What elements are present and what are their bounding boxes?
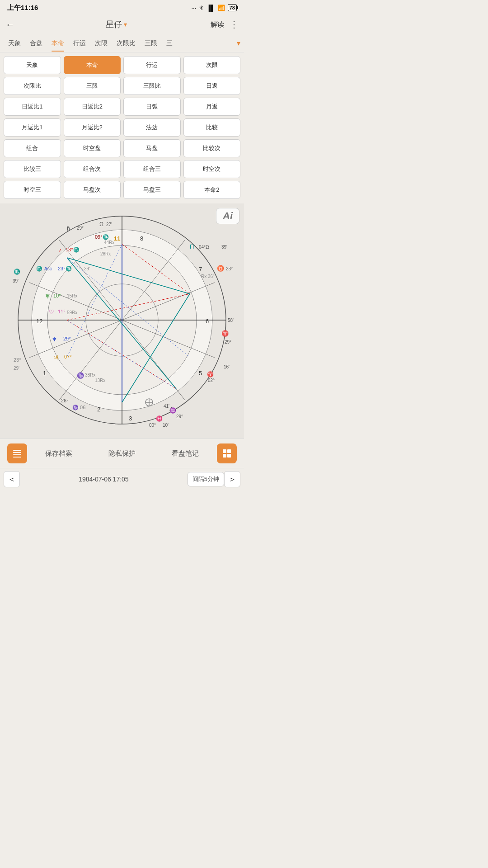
svg-text:02°: 02° — [208, 378, 215, 383]
svg-rect-87 — [13, 457, 21, 458]
nav-tab-hepan[interactable]: 合盘 — [25, 36, 47, 51]
grid-btn-tianxiang[interactable]: 天象 — [4, 56, 61, 74]
grid-row-5: 组合 时空盘 马盘 比较次 — [4, 139, 240, 157]
grid-btn-mapan[interactable]: 马盘 — [123, 139, 181, 157]
interval-button[interactable]: 间隔5分钟 — [188, 472, 224, 486]
svg-rect-84 — [13, 450, 21, 451]
next-button[interactable]: ＞ — [224, 471, 240, 487]
svg-text:29': 29' — [14, 366, 19, 371]
svg-text:29°: 29° — [176, 414, 183, 419]
list-view-button[interactable] — [7, 443, 27, 463]
svg-text:♉: ♉ — [217, 264, 225, 272]
svg-text:41': 41' — [164, 404, 169, 409]
grid-btn-benming2[interactable]: 本命2 — [183, 181, 241, 199]
svg-text:8: 8 — [140, 235, 143, 242]
bottom-nav: ＜ 1984-07-06 17:05 间隔5分钟 ＞ — [0, 468, 244, 490]
cell-signal-icon: ▐▌ — [206, 5, 215, 11]
grid-btn-yuefanbi2[interactable]: 月返比2 — [64, 118, 121, 137]
grid-btn-shikongsan[interactable]: 时空三 — [4, 181, 61, 199]
svg-text:♈: ♈ — [207, 371, 214, 377]
grid-btn-zuheci[interactable]: 组合次 — [64, 160, 121, 178]
svg-text:27': 27' — [106, 222, 112, 227]
grid-btn-benming[interactable]: 本命 — [64, 56, 121, 74]
grid-btn-sanxianbi[interactable]: 三限比 — [123, 77, 181, 95]
svg-text:10°: 10° — [53, 293, 61, 298]
svg-text:26°: 26° — [61, 398, 69, 403]
nav-tabs-more-icon[interactable]: ▾ — [237, 39, 240, 47]
nav-tabs: 天象 合盘 本命 行运 次限 次限比 三限 三 ▾ — [0, 34, 244, 52]
svg-text:♑ 06': ♑ 06' — [72, 404, 86, 410]
grid-btn-mapansan[interactable]: 马盘三 — [123, 181, 181, 199]
grid-row-2: 次限比 三限 三限比 日返 — [4, 77, 240, 95]
grid-btn-bijiaosan[interactable]: 比较三 — [4, 160, 61, 178]
grid-btn-fada[interactable]: 法达 — [123, 118, 181, 137]
grid-btn-cixian[interactable]: 次限 — [183, 56, 241, 74]
grid-btn-shikongpan[interactable]: 时空盘 — [64, 139, 121, 157]
svg-text:♂: ♂ — [58, 247, 62, 254]
grid-btn-xingyun[interactable]: 行运 — [123, 56, 181, 74]
svg-text:12: 12 — [36, 318, 42, 325]
nav-tab-sanxian[interactable]: 三限 — [140, 36, 162, 51]
wifi-icon: 📶 — [218, 5, 225, 11]
nav-tab-cixianbi[interactable]: 次限比 — [112, 36, 140, 51]
nav-tab-tianxiang[interactable]: 天象 — [4, 36, 25, 51]
grid-btn-zuhesan[interactable]: 组合三 — [123, 160, 181, 178]
grid-btn-mapanci[interactable]: 马盘次 — [64, 181, 121, 199]
nav-tab-xingyun[interactable]: 行运 — [69, 36, 90, 51]
grid-row-4: 月返比1 月返比2 法达 比较 — [4, 118, 240, 137]
nav-tab-benming[interactable]: 本命 — [47, 36, 69, 51]
svg-text:59Rx: 59Rx — [67, 310, 77, 315]
svg-text:13°♏: 13°♏ — [66, 246, 80, 253]
grid-btn-shikongci[interactable]: 时空次 — [183, 160, 241, 178]
svg-text:♒: ♒ — [169, 407, 176, 414]
svg-text:29°: 29° — [63, 336, 71, 341]
chart-view-button[interactable] — [217, 443, 237, 463]
prev-button[interactable]: ＜ — [4, 471, 20, 487]
grid-btn-zuhe[interactable]: 组合 — [4, 139, 61, 157]
save-button[interactable]: 保存档案 — [27, 449, 90, 458]
nav-tab-cixian[interactable]: 次限 — [90, 36, 112, 51]
header-title-area: 星仔 ▾ — [22, 19, 211, 30]
privacy-button[interactable]: 隐私保护 — [90, 449, 154, 458]
svg-rect-86 — [13, 454, 21, 455]
svg-text:23°: 23° — [14, 357, 21, 363]
svg-rect-85 — [13, 452, 21, 453]
grid-btn-yuefan[interactable]: 月返 — [183, 98, 241, 116]
grid-btn-rifanbi1[interactable]: 日返比1 — [4, 98, 61, 116]
svg-text:♓: ♓ — [156, 415, 163, 422]
status-icons: ··· ✳ ▐▌ 📶 78 — [191, 4, 237, 11]
profile-dropdown-icon[interactable]: ▾ — [124, 21, 127, 28]
chart-container[interactable]: 11 8 7 6 5 4 3 2 1 12 ħ 29° Ω 27' 09°♏ 4… — [0, 203, 244, 439]
grid-btn-sanxian[interactable]: 三限 — [64, 77, 121, 95]
notes-button[interactable]: 看盘笔记 — [154, 449, 217, 458]
svg-text:39': 39' — [13, 278, 19, 283]
grid-btn-rifan[interactable]: 日返 — [183, 77, 241, 95]
grid-btn-bijiao[interactable]: 比较 — [183, 118, 241, 137]
chart-icon — [221, 448, 232, 459]
grid-row-3: 日返比1 日返比2 日弧 月返 — [4, 98, 240, 116]
nav-tab-san[interactable]: 三 — [162, 36, 177, 51]
grid-btn-yuefanbi1[interactable]: 月返比1 — [4, 118, 61, 137]
bottom-toolbar: 保存档案 隐私保护 看盘笔记 — [0, 439, 244, 468]
grid-btn-cixianbi[interactable]: 次限比 — [4, 77, 61, 95]
battery-indicator: 78 — [228, 4, 237, 11]
grid-btn-rifanbi2[interactable]: 日返比2 — [64, 98, 121, 116]
svg-text:♑: ♑ — [77, 372, 84, 379]
svg-text:2: 2 — [97, 406, 100, 413]
svg-rect-89 — [227, 449, 231, 453]
back-button[interactable]: ← — [5, 19, 22, 30]
svg-text:29°: 29° — [225, 340, 231, 344]
grid-btn-rihu[interactable]: 日弧 — [123, 98, 181, 116]
svg-text:44Rx: 44Rx — [104, 240, 114, 245]
profile-name: 星仔 — [106, 19, 122, 30]
grid-row-7: 时空三 马盘次 马盘三 本命2 — [4, 181, 240, 199]
more-button[interactable]: ⋮ — [230, 19, 239, 30]
svg-text:6: 6 — [206, 318, 209, 325]
svg-text:1: 1 — [43, 370, 46, 377]
grid-btn-bijaoci[interactable]: 比较次 — [183, 139, 241, 157]
svg-text:♈: ♈ — [221, 330, 229, 337]
svg-text:29°: 29° — [77, 226, 84, 231]
ai-badge[interactable]: Ai — [216, 208, 239, 224]
grid-row-6: 比较三 组合次 组合三 时空次 — [4, 160, 240, 178]
jiedu-button[interactable]: 解读 — [211, 20, 224, 29]
